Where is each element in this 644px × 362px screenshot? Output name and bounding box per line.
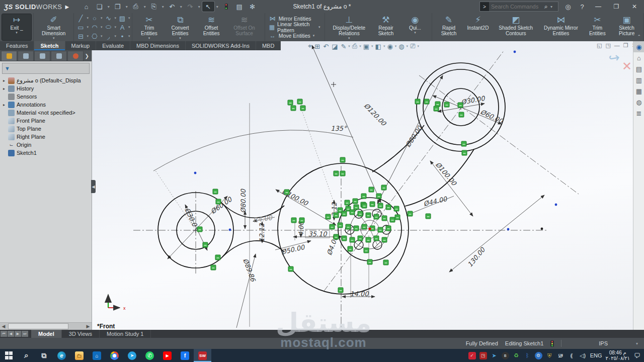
save-icon[interactable]: ⎙ xyxy=(130,2,142,12)
language-indicator[interactable]: ENG xyxy=(590,352,602,359)
undo-icon[interactable]: ↶ xyxy=(166,2,178,12)
circle-icon[interactable]: ○ xyxy=(90,14,99,22)
ribbon-move-entities[interactable]: ↔Move Entities▾ xyxy=(267,32,323,40)
tray-app-cube-icon[interactable]: ◳ xyxy=(479,352,487,359)
view-settings-icon-dropdown[interactable]: ▾ xyxy=(418,44,420,48)
options-list-icon[interactable]: ▤ xyxy=(233,2,246,12)
undo-icon-dropdown[interactable]: ▾ xyxy=(179,5,183,9)
ribbon-convert-entities[interactable]: ⧉Convert Entities▾ xyxy=(164,14,196,40)
dimension-text[interactable]: Ø44.00 xyxy=(423,195,448,208)
dimension-text[interactable]: R4.00 xyxy=(253,214,273,224)
ribbon-trim-entities[interactable]: ✂Trim Entities▾ xyxy=(134,14,164,40)
slot-icon[interactable]: ⊟ xyxy=(76,32,85,40)
doc-tile-icon[interactable]: ◱ xyxy=(597,42,602,49)
tree-item-front-plane[interactable]: Front Plane xyxy=(0,117,92,125)
appearances-icon[interactable]: ◍ xyxy=(633,97,644,108)
exit-sketch-confirm-icon[interactable]: ↩ xyxy=(607,49,621,66)
taskbar-youtube-icon[interactable]: ▶ xyxy=(158,349,176,362)
ribbon-instant2d[interactable]: ⚡Instant2D xyxy=(463,14,493,40)
tray-telegram-tray-icon[interactable]: ➤ xyxy=(491,352,498,359)
taskbar-edge-icon[interactable]: e xyxy=(53,349,70,362)
modeltab-nav-2[interactable]: ▶ xyxy=(15,331,21,337)
graphics-area[interactable]: Ø120.00135°Ø80.00Ø30.00Ø60.00Ø100.00Ø44.… xyxy=(92,41,633,330)
arc-dropdown-icon[interactable]: ▾ xyxy=(101,25,103,29)
restore-button[interactable]: ❐ xyxy=(610,3,623,10)
doc-minimize-icon[interactable]: — xyxy=(614,42,620,49)
file-explorer-icon[interactable]: ▥ xyxy=(633,74,644,85)
tree-item-material-not-specified-[interactable]: Material <not specified> xyxy=(0,109,92,117)
tree-item-top-plane[interactable]: Top Plane xyxy=(0,125,92,133)
circle-dropdown-icon[interactable]: ▾ xyxy=(101,16,103,20)
shade-icon[interactable]: ▨ xyxy=(118,14,127,22)
design-library-icon[interactable]: ▤ xyxy=(633,63,644,74)
tray-swirl-icon[interactable]: ♻ xyxy=(513,352,520,359)
taskbar-telegram-icon[interactable]: ➤ xyxy=(123,349,141,362)
tree-root-item[interactable]: ▸مشروع o (Default<_Displa xyxy=(0,76,92,84)
ribbon-collapse-icon[interactable]: ⌃ xyxy=(637,34,641,39)
line-dropdown-icon[interactable]: ▾ xyxy=(87,16,89,20)
appearance-icon-dropdown[interactable]: ▾ xyxy=(407,44,409,48)
redo-icon[interactable]: ↷ xyxy=(184,2,196,12)
shade-dropdown-icon[interactable]: ▾ xyxy=(128,16,130,20)
ribbon-repair-sketch[interactable]: ⚒Repair Sketch xyxy=(371,14,400,40)
tray-display-icon[interactable]: 🖳 xyxy=(557,352,565,359)
3dexperience-icon[interactable]: ◉ xyxy=(633,41,644,52)
tree-item-sketch1[interactable]: Sketch1 xyxy=(0,149,92,157)
tray-app-check-icon[interactable]: ✓ xyxy=(468,352,476,359)
hide-show-icon[interactable]: ◉ xyxy=(386,43,393,50)
panel-collapse-handle[interactable]: ◀ xyxy=(91,180,96,193)
spline-dropdown-icon[interactable]: ▾ xyxy=(114,16,116,20)
panel-scrollbar[interactable]: ◀ ▶ xyxy=(0,322,92,330)
help-icon[interactable]: ? xyxy=(578,3,587,11)
tab-markup[interactable]: Markup xyxy=(65,41,97,50)
cancel-sketch-icon[interactable]: ✕ xyxy=(622,59,632,73)
tree-item-origin[interactable]: ⌙Origin xyxy=(0,141,92,149)
view-palette-icon[interactable]: ▦ xyxy=(633,85,644,97)
polygon-dropdown-icon[interactable]: ▾ xyxy=(101,34,103,38)
dimension-text[interactable]: Ø80.00 xyxy=(239,189,247,213)
taskbar-start-icon[interactable] xyxy=(0,349,18,362)
doc-restore-icon[interactable]: ❐ xyxy=(623,42,628,49)
model-tab-model[interactable]: Model xyxy=(31,330,62,338)
slot-dropdown-icon[interactable]: ▾ xyxy=(87,34,89,38)
select-cursor-icon-dropdown[interactable]: ▾ xyxy=(215,5,219,9)
doc-cascade-icon[interactable]: ◳ xyxy=(605,42,610,49)
dimension-text[interactable]: Ø60.00 xyxy=(209,195,234,215)
tree-item-history[interactable]: ▸History xyxy=(0,84,92,93)
displaymanager-tab[interactable] xyxy=(67,51,84,61)
tab-evaluate[interactable]: Evaluate xyxy=(96,41,130,50)
point-dropdown-icon[interactable]: ▾ xyxy=(128,34,130,38)
tree-filter-bar[interactable]: ▼ xyxy=(2,63,90,74)
save-icon-dropdown[interactable]: ▾ xyxy=(143,5,147,9)
dimension-text[interactable]: Ø30.0 xyxy=(183,207,199,228)
minimize-button[interactable]: — xyxy=(592,3,605,10)
search-dropdown-icon[interactable]: ▾ xyxy=(549,5,553,9)
ribbon-rapid-sketch[interactable]: ✎Rapid Sketch xyxy=(434,14,463,40)
line-icon[interactable]: ╱ xyxy=(76,14,85,22)
ribbon-linear-sketch-pattern[interactable]: ▦Linear Sketch Pattern▾ xyxy=(267,23,323,31)
ribbon-dynamic-mirror-entities[interactable]: ⋈Dynamic Mirror Entities xyxy=(539,14,583,40)
view-settings-icon[interactable]: ⎚ xyxy=(409,42,416,50)
taskbar-solidworks-icon[interactable]: SW xyxy=(194,349,211,362)
scrollbar-thumb[interactable] xyxy=(8,323,68,329)
ribbon-offset-entities[interactable]: ≋Offset Entities xyxy=(197,14,226,40)
tray-settings-tool-icon[interactable]: ⚙ xyxy=(535,352,542,359)
display-style-icon[interactable]: ◧ xyxy=(374,43,382,50)
scroll-right-icon[interactable]: ▶ xyxy=(85,324,92,329)
section-view-icon[interactable]: ◪ xyxy=(331,43,339,50)
redo-icon-dropdown[interactable]: ▾ xyxy=(197,5,201,9)
expand-icon[interactable]: ▸ xyxy=(2,86,6,91)
tab-mbd-dimensions[interactable]: MBD Dimensions xyxy=(130,41,186,50)
model-tab-motion-study-1[interactable]: Motion Study 1 xyxy=(100,330,151,338)
units-selector[interactable]: IPS xyxy=(569,340,628,346)
fillet-dropdown-icon[interactable]: ▾ xyxy=(114,34,116,38)
taskbar-clock[interactable]: 08:46 م ٢٠٢٥/٠٨/٢١ xyxy=(605,350,630,361)
display-style-icon-dropdown[interactable]: ▾ xyxy=(383,44,385,48)
tray-bluetooth-icon[interactable]: ᛒ xyxy=(524,352,531,359)
propertymanager-tab[interactable] xyxy=(18,51,34,61)
annotation-icon[interactable]: ✎ xyxy=(340,43,347,50)
print-icon-dropdown[interactable]: ▾ xyxy=(161,5,165,9)
panel-expand-icon[interactable]: ❯ xyxy=(85,53,91,59)
search-input[interactable] xyxy=(489,4,542,10)
search-icon[interactable]: ⌕ xyxy=(542,3,549,10)
